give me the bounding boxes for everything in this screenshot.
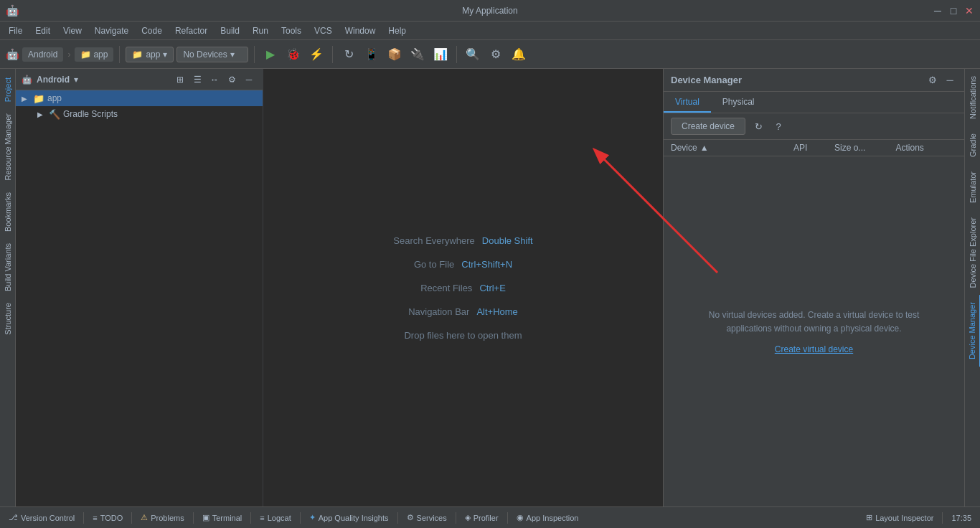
title-bar-left: 🤖 [6, 4, 19, 17]
close-button[interactable]: ✕ [964, 6, 974, 16]
notifications-toolbar-button[interactable]: 🔔 [509, 44, 529, 65]
close-project-panel-button[interactable]: ─ [241, 72, 257, 88]
status-services[interactable]: ⚙ Services [402, 512, 451, 524]
menu-window[interactable]: Window [339, 24, 382, 37]
search-toolbar-button[interactable]: 🔍 [463, 44, 483, 65]
help-devices-button[interactable]: ? [771, 119, 786, 133]
device-manager-table-header: Device ▲ API Size o... Actions [664, 140, 964, 156]
android-label: Android [22, 47, 63, 62]
menu-file[interactable]: File [3, 24, 28, 37]
create-virtual-device-link[interactable]: Create virtual device [775, 344, 853, 354]
editor-area: Search Everywhere Double Shift Go to Fil… [263, 69, 663, 506]
device-manager-close-button[interactable]: ─ [943, 73, 957, 88]
toolbar: 🤖 Android › 📁 app 📁 app ▾ No Devices ▾ ▶… [0, 40, 980, 69]
app-logo-icon: 🤖 [6, 4, 19, 17]
tab-virtual[interactable]: Virtual [664, 93, 711, 113]
menu-tools[interactable]: Tools [275, 24, 307, 37]
sidebar-item-structure[interactable]: Structure [1, 297, 15, 341]
status-bar-right: ⊞ Layout Inspector 17:35 [862, 512, 976, 524]
sync-button[interactable]: ↻ [339, 44, 359, 65]
right-tab-gradle[interactable]: Gradle [966, 126, 980, 164]
sidebar-item-build-variants[interactable]: Build Variants [1, 237, 15, 297]
status-app-inspection[interactable]: ◉ App Inspection [512, 512, 583, 524]
title-bar-title: My Application [462, 6, 517, 16]
app-selector[interactable]: 📁 app ▾ [126, 47, 174, 62]
status-problems[interactable]: ⚠ Problems [136, 512, 188, 524]
menu-refactor[interactable]: Refactor [169, 24, 213, 37]
status-terminal[interactable]: ▣ Terminal [198, 512, 247, 524]
device-manager-toolbar: Create device ↻ ? [664, 113, 964, 140]
hint-nav-bar: Navigation Bar Alt+Home [408, 306, 518, 317]
avd-manager-button[interactable]: 📱 [362, 44, 382, 65]
menu-edit[interactable]: Edit [29, 24, 56, 37]
refresh-devices-button[interactable]: ↻ [751, 119, 765, 133]
status-divider-2 [131, 512, 132, 524]
menu-vcs[interactable]: VCS [308, 24, 338, 37]
profiler-icon: ◈ [465, 513, 471, 522]
device-manager-button[interactable]: 🔌 [407, 44, 428, 65]
gradle-icon: 🔨 [49, 109, 60, 120]
settings-toolbar-button[interactable]: ⚙ [486, 44, 506, 65]
status-divider-4 [250, 512, 251, 524]
status-divider-3 [193, 512, 194, 524]
sidebar-item-bookmarks[interactable]: Bookmarks [1, 187, 15, 237]
right-tab-device-file-explorer[interactable]: Device File Explorer [966, 210, 980, 295]
sidebar-item-project[interactable]: Project [1, 72, 15, 108]
profile-button[interactable]: ⚡ [306, 44, 326, 65]
app-text: app [93, 50, 108, 60]
horizontal-scroll-button[interactable]: ↔ [207, 72, 222, 88]
maximize-button[interactable]: □ [948, 6, 958, 16]
folder-small-icon: 📁 [132, 50, 143, 60]
main-area: Project Resource Manager Bookmarks Build… [0, 69, 980, 506]
android-dropdown-icon[interactable]: ▾ [74, 75, 78, 85]
tab-physical[interactable]: Physical [711, 93, 766, 113]
device-manager-panel: Device Manager ⚙ ─ Virtual Physical Crea… [663, 69, 964, 506]
run-button[interactable]: ▶ [260, 44, 281, 65]
profiler-toolbar-button[interactable]: 📊 [430, 44, 451, 65]
device-selector[interactable]: No Devices ▾ [176, 47, 248, 62]
right-tab-notifications[interactable]: Notifications [966, 69, 980, 126]
todo-icon: ≡ [93, 514, 97, 522]
right-tab-device-manager[interactable]: Device Manager [965, 295, 981, 367]
menu-run[interactable]: Run [247, 24, 274, 37]
status-time: 17:35 [947, 512, 976, 524]
title-bar: 🤖 My Application ─ □ ✕ [0, 0, 980, 22]
inspection-label: App Inspection [527, 514, 579, 522]
status-version-control[interactable]: ⎇ Version Control [4, 512, 79, 524]
toolbar-divider-1 [119, 46, 120, 63]
menu-view[interactable]: View [57, 24, 88, 37]
menu-bar: File Edit View Navigate Code Refactor Bu… [0, 22, 980, 40]
tree-item-gradle-scripts[interactable]: ▶ 🔨 Gradle Scripts [16, 106, 263, 122]
right-strip-tabs: Notifications Gradle Emulator Device Fil… [964, 69, 980, 506]
minimize-button[interactable]: ─ [933, 6, 943, 16]
menu-code[interactable]: Code [136, 24, 168, 37]
status-bar-left: ⎇ Version Control ≡ TODO ⚠ Problems ▣ Te… [4, 512, 583, 524]
android-header-icon: 🤖 [22, 75, 32, 85]
debug-button[interactable]: 🐞 [283, 44, 303, 65]
sidebar-item-resource-manager[interactable]: Resource Manager [1, 108, 15, 187]
status-profiler[interactable]: ◈ Profiler [461, 512, 503, 524]
sdk-manager-button[interactable]: 📦 [385, 44, 405, 65]
status-bar: ⎇ Version Control ≡ TODO ⚠ Problems ▣ Te… [0, 506, 980, 528]
status-logcat[interactable]: ≡ Logcat [255, 512, 295, 524]
device-col-header[interactable]: Device ▲ [671, 143, 793, 153]
right-tab-emulator[interactable]: Emulator [966, 164, 980, 210]
status-layout-inspector[interactable]: ⊞ Layout Inspector [862, 512, 938, 524]
menu-help[interactable]: Help [382, 24, 412, 37]
sort-icon: ▲ [700, 143, 709, 153]
tree-item-app[interactable]: ▶ 📁 app [16, 90, 263, 106]
collapse-all-button[interactable]: ☰ [189, 72, 205, 88]
hint-drop-files: Drop files here to open them [404, 330, 522, 341]
actions-col-header: Actions [896, 143, 958, 153]
menu-build[interactable]: Build [215, 24, 245, 37]
app-selector-text: app [146, 50, 160, 60]
menu-navigate[interactable]: Navigate [89, 24, 134, 37]
status-todo[interactable]: ≡ TODO [88, 512, 127, 524]
create-device-button[interactable]: Create device [671, 118, 745, 135]
expand-all-button[interactable]: ⊞ [172, 72, 188, 88]
device-manager-settings-button[interactable]: ⚙ [925, 73, 940, 88]
status-divider-1 [83, 512, 84, 524]
device-manager-tabs: Virtual Physical [664, 92, 964, 113]
settings-project-button[interactable]: ⚙ [224, 72, 240, 88]
status-app-quality-insights[interactable]: ✦ App Quality Insights [305, 512, 393, 524]
